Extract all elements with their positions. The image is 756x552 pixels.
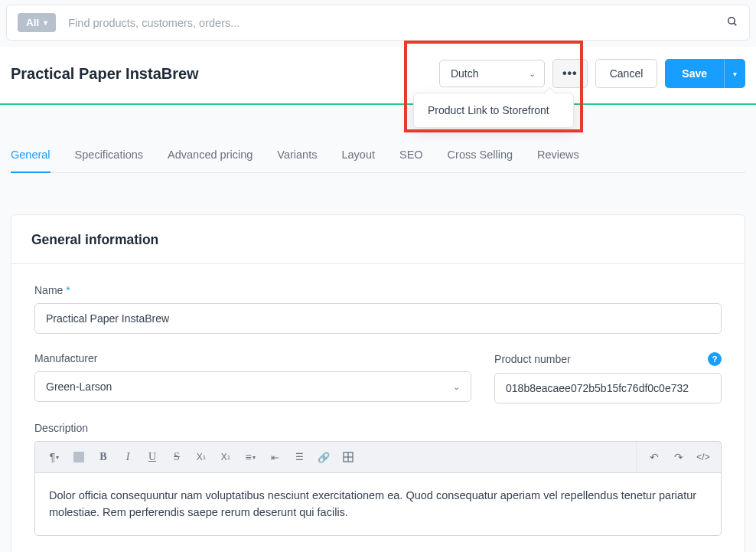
description-editor[interactable]: Dolor officia consequuntur nam voluptati… <box>34 472 722 536</box>
page-title: Practical Paper InstaBrew <box>11 65 199 83</box>
italic-button[interactable]: I <box>116 446 139 468</box>
strikethrough-button[interactable]: S <box>165 446 188 468</box>
manufacturer-value: Green-Larson <box>46 381 112 393</box>
general-info-card: General information Name * Manufacturer … <box>11 214 745 552</box>
search-icon[interactable] <box>726 15 738 30</box>
redo-button[interactable]: ↷ <box>667 446 690 468</box>
tab-general[interactable]: General <box>11 139 51 173</box>
manufacturer-field: Manufacturer Green-Larson ⌄ <box>34 352 471 403</box>
save-button[interactable]: Save <box>665 59 724 88</box>
rte-toolbar: ¶▾ B I U S X1 X1 ≡▾ ⇤ ☰ 🔗 <box>34 441 722 472</box>
description-label: Description <box>34 422 722 434</box>
search-scope-label: All <box>26 17 39 28</box>
help-icon[interactable]: ? <box>708 352 722 366</box>
search-input[interactable] <box>68 17 726 29</box>
tab-reviews[interactable]: Reviews <box>537 139 579 173</box>
svg-point-0 <box>728 18 735 24</box>
tab-cross-selling[interactable]: Cross Selling <box>448 139 513 173</box>
align-button[interactable]: ≡▾ <box>239 446 262 468</box>
manufacturer-label: Manufacturer <box>34 352 471 364</box>
table-button[interactable] <box>337 446 360 468</box>
card-title: General information <box>31 232 725 248</box>
required-indicator: * <box>66 284 70 296</box>
tab-advanced-pricing[interactable]: Advanced pricing <box>168 139 253 173</box>
language-select-value: Dutch <box>439 60 545 87</box>
highlight-icon <box>73 452 84 462</box>
outdent-button[interactable]: ⇤ <box>263 446 286 468</box>
undo-button[interactable]: ↶ <box>643 446 666 468</box>
language-select[interactable]: Dutch ⌄ <box>439 60 545 87</box>
save-button-group: Save ▾ <box>665 59 745 88</box>
chevron-down-icon: ⌄ <box>453 382 460 392</box>
save-dropdown-button[interactable]: ▾ <box>724 59 745 88</box>
more-actions-button[interactable]: ••• <box>552 59 588 88</box>
chevron-down-icon: ▾ <box>733 70 737 78</box>
chevron-down-icon: ▾ <box>44 18 47 27</box>
tabs: General Specifications Advanced pricing … <box>11 139 745 173</box>
storefront-link-popover[interactable]: Product Link to Storefront <box>413 93 574 128</box>
code-view-button[interactable]: </> <box>692 446 715 468</box>
superscript-button[interactable]: X1 <box>190 446 213 468</box>
paragraph-format-button[interactable]: ¶▾ <box>43 446 66 468</box>
cancel-button[interactable]: Cancel <box>595 59 658 88</box>
tab-variants[interactable]: Variants <box>277 139 317 173</box>
highlight-button[interactable] <box>67 446 90 468</box>
card-body: Name * Manufacturer Green-Larson ⌄ Produ… <box>11 264 745 552</box>
name-label: Name * <box>34 284 722 296</box>
product-number-input[interactable] <box>494 373 722 403</box>
tab-seo[interactable]: SEO <box>399 139 423 173</box>
product-number-label: Product number <box>494 353 571 365</box>
bold-button[interactable]: B <box>92 446 115 468</box>
subscript-button[interactable]: X1 <box>214 446 237 468</box>
manufacturer-select[interactable]: Green-Larson ⌄ <box>34 371 471 402</box>
svg-line-1 <box>734 23 736 25</box>
popover-text: Product Link to Storefront <box>428 104 549 116</box>
ellipsis-icon: ••• <box>562 67 578 80</box>
tabs-container: General Specifications Advanced pricing … <box>0 139 756 173</box>
header-actions: Dutch ⌄ ••• Cancel Save ▾ <box>439 59 745 88</box>
list-button[interactable]: ☰ <box>288 446 311 468</box>
link-button[interactable]: 🔗 <box>312 446 335 468</box>
card-header: General information <box>11 215 745 264</box>
page-header: Practical Paper InstaBrew Dutch ⌄ ••• Ca… <box>0 47 756 105</box>
description-field: Description ¶▾ B I U S X1 X1 ≡▾ ⇤ ☰ 🔗 <box>34 422 722 536</box>
underline-button[interactable]: U <box>141 446 164 468</box>
name-input[interactable] <box>34 303 722 334</box>
search-scope-pill[interactable]: All ▾ <box>18 13 56 32</box>
search-bar: All ▾ <box>6 5 750 41</box>
name-field: Name * <box>34 284 722 334</box>
product-number-field: Product number ? <box>494 352 722 403</box>
tab-layout[interactable]: Layout <box>341 139 375 173</box>
tab-specifications[interactable]: Specifications <box>75 139 143 173</box>
